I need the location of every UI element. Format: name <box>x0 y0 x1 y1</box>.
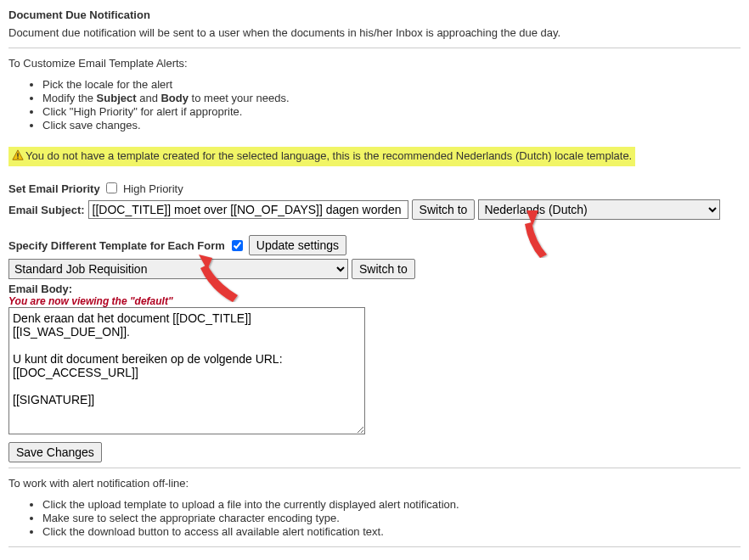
list-item: Pick the locale for the alert <box>42 78 741 91</box>
warning-banner: You do not have a template created for t… <box>8 147 635 166</box>
specify-label: Specify Different Template for Each Form <box>8 239 225 252</box>
priority-checkbox-label: High Priority <box>123 182 183 195</box>
subject-label: Email Subject: <box>8 204 85 216</box>
warning-text: You do not have a template created for t… <box>25 149 632 162</box>
switch-to-locale-button[interactable]: Switch to <box>412 199 476 220</box>
body-label: Email Body: <box>8 283 72 295</box>
list-item: Make sure to select the appropriate char… <box>42 512 741 524</box>
text: to meet your needs. <box>189 92 290 104</box>
text-bold: Body <box>160 92 189 104</box>
list-item: Click the download button to access all … <box>42 525 741 538</box>
subject-input[interactable] <box>88 200 408 219</box>
divider <box>8 468 741 468</box>
list-item: Click "High Priority" for alert if appro… <box>42 105 741 118</box>
page-title: Document Due Notification <box>8 8 741 21</box>
offline-intro: To work with alert notification off-line… <box>8 477 741 490</box>
high-priority-checkbox[interactable] <box>106 182 117 193</box>
text-bold: Subject <box>97 92 137 104</box>
svg-rect-1 <box>17 153 18 156</box>
body-textarea[interactable] <box>8 307 365 434</box>
list-item: Click save changes. <box>42 119 741 132</box>
locale-select[interactable]: Nederlands (Dutch) <box>478 199 720 220</box>
update-settings-button[interactable]: Update settings <box>249 235 346 255</box>
warning-icon <box>12 149 24 164</box>
divider <box>8 546 741 547</box>
specify-checkbox[interactable] <box>232 240 243 251</box>
default-note: You are now viewing the "default" <box>8 295 741 307</box>
priority-label: Set Email Priority <box>8 182 100 195</box>
customize-intro: To Customize Email Template Alerts: <box>8 57 741 70</box>
text: Modify the <box>42 92 97 104</box>
list-item: Click the upload template to upload a fi… <box>42 498 741 511</box>
offline-list: Click the upload template to upload a fi… <box>8 498 741 538</box>
customize-list: Pick the locale for the alert Modify the… <box>8 78 741 132</box>
list-item: Modify the Subject and Body to meet your… <box>42 92 741 104</box>
page-description: Document due notification will be sent t… <box>8 26 741 39</box>
switch-to-form-button[interactable]: Switch to <box>352 259 415 279</box>
svg-rect-2 <box>17 158 18 159</box>
divider <box>8 48 741 48</box>
text: and <box>137 92 161 104</box>
save-changes-button[interactable]: Save Changes <box>8 442 102 462</box>
form-select[interactable]: Standard Job Requisition <box>8 259 348 279</box>
